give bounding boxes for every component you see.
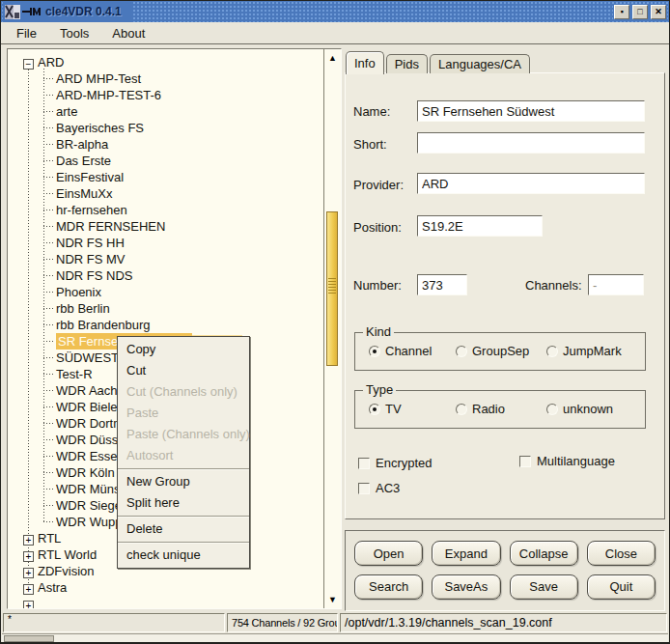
- save-button[interactable]: Save: [510, 574, 578, 600]
- close-button[interactable]: ✕: [651, 5, 666, 19]
- tree-item-label[interactable]: Phoenix: [56, 284, 101, 300]
- tree-item[interactable]: NDR FS HH: [8, 235, 323, 251]
- horizontal-scrollbar[interactable]: [2, 633, 668, 642]
- tree-item-label[interactable]: EinsFestival: [56, 169, 124, 185]
- tree-scrollbar[interactable]: ▲ ▼: [323, 49, 341, 608]
- radio-unknown[interactable]: unknown: [546, 402, 613, 416]
- number-label: Number:: [353, 278, 402, 293]
- tree-item[interactable]: Das Erste: [8, 153, 323, 169]
- saveas-button[interactable]: SaveAs: [432, 574, 500, 600]
- encrypted-checkbox[interactable]: Encrypted: [358, 456, 433, 470]
- multilanguage-checkbox[interactable]: Multilanguage: [519, 454, 615, 468]
- tree-item-label[interactable]: arte: [56, 103, 77, 120]
- context-menu-item-cut[interactable]: Cut: [118, 360, 249, 381]
- tree-group-label[interactable]: ARD: [38, 54, 64, 70]
- number-field[interactable]: [417, 274, 467, 295]
- tree-item[interactable]: ARD-MHP-TEST-6: [8, 87, 323, 103]
- tree-item-label[interactable]: WDR Essen: [56, 448, 125, 464]
- tree-item[interactable]: Phoenix: [8, 284, 323, 300]
- tab-info[interactable]: Info: [346, 51, 384, 74]
- quit-button[interactable]: Quit: [587, 574, 656, 600]
- tree-item[interactable]: NDR FS MV: [8, 251, 323, 267]
- menu-about[interactable]: About: [104, 23, 153, 43]
- pin-icon[interactable]: [22, 7, 42, 16]
- close-file-button[interactable]: Close: [587, 541, 656, 566]
- tree-item[interactable]: hr-fernsehen: [8, 202, 323, 218]
- tree-item-label[interactable]: rbb Berlin: [56, 300, 110, 317]
- tab-pids[interactable]: Pids: [386, 54, 428, 73]
- tree-item-label[interactable]: WDR Köln: [56, 464, 115, 481]
- radio-groupsep[interactable]: GroupSep: [456, 344, 529, 358]
- menu-tools[interactable]: Tools: [52, 23, 97, 43]
- tree-item[interactable]: MDR FERNSEHEN: [8, 218, 323, 235]
- tree-item-label[interactable]: NDR FS MV: [56, 251, 126, 267]
- tree-item-label[interactable]: EinsMuXx: [56, 185, 113, 202]
- context-menu-item-split-here[interactable]: Split here: [118, 492, 249, 514]
- tree-item-label[interactable]: NDR FS HH: [56, 235, 125, 251]
- expand-icon[interactable]: +: [23, 568, 34, 578]
- expand-icon[interactable]: +: [23, 551, 34, 562]
- tree-item-label[interactable]: ARD-MHP-TEST-6: [56, 87, 161, 103]
- menu-file[interactable]: File: [9, 23, 44, 43]
- tree-item-label[interactable]: BR-alpha: [56, 136, 108, 153]
- tree-group-row[interactable]: −ARD: [8, 54, 323, 70]
- radio-jumpmark[interactable]: JumpMark: [546, 344, 622, 358]
- tree-item-label[interactable]: Bayerisches FS: [56, 120, 144, 136]
- radio-unselected-icon: [546, 346, 558, 357]
- tree-item[interactable]: NDR FS NDS: [8, 267, 323, 284]
- tree-group-label[interactable]: RTL: [38, 530, 61, 546]
- titlebar[interactable]: cle4VDR 0.4.1 ▪ □ ✕: [1, 1, 669, 22]
- context-menu-item-new-group[interactable]: New Group: [118, 471, 249, 492]
- radio-tv[interactable]: TV: [369, 402, 402, 416]
- tree-group-row[interactable]: +Astra: [8, 579, 323, 596]
- ac3-checkbox[interactable]: AC3: [358, 481, 400, 495]
- maximize-button[interactable]: □: [632, 5, 648, 19]
- minimize-button[interactable]: ▪: [614, 5, 629, 19]
- tab-languages-ca[interactable]: Languages/CA: [430, 54, 530, 73]
- tree-item[interactable]: arte: [8, 103, 323, 120]
- open-button[interactable]: Open: [354, 541, 423, 566]
- scroll-down-icon[interactable]: ▼: [324, 593, 341, 606]
- tree-item[interactable]: EinsFestival: [8, 169, 323, 185]
- tree-item-label[interactable]: NDR FS NDS: [56, 267, 132, 284]
- tree-item[interactable]: rbb Berlin: [8, 300, 323, 317]
- tree-group-label[interactable]: ZDFvision: [38, 563, 95, 579]
- scrollbar-thumb[interactable]: [326, 211, 338, 366]
- context-menu-item-delete[interactable]: Delete: [118, 518, 249, 540]
- expand-button[interactable]: Expand: [432, 541, 500, 566]
- name-field[interactable]: [417, 100, 645, 122]
- tree-item-label[interactable]: hr-fernsehen: [56, 202, 127, 218]
- short-field[interactable]: [417, 132, 645, 154]
- expand-icon[interactable]: +: [23, 584, 34, 595]
- tree-item-label[interactable]: ARD MHP-Test: [56, 70, 141, 87]
- app-icon[interactable]: [5, 5, 20, 19]
- provider-field[interactable]: [417, 173, 645, 194]
- scroll-up-icon[interactable]: ▲: [324, 51, 341, 65]
- expand-icon[interactable]: +: [23, 535, 34, 546]
- tree-group-label[interactable]: RTL World: [38, 546, 97, 563]
- tree-item-label[interactable]: rbb Brandenburg: [56, 317, 151, 333]
- tree-group-label[interactable]: Astra: [38, 579, 67, 596]
- radio-radio[interactable]: Radio: [456, 402, 505, 416]
- tree-group-row-partial[interactable]: +: [8, 596, 323, 608]
- tree-item[interactable]: ARD MHP-Test: [8, 70, 323, 87]
- radio-selected-icon: [369, 346, 380, 357]
- context-menu-item-check-unique[interactable]: check unique: [118, 545, 249, 566]
- menu-separator: [118, 468, 249, 469]
- context-menu-item-copy[interactable]: Copy: [118, 339, 249, 360]
- tree-item[interactable]: rbb Brandenburg: [8, 317, 323, 333]
- tree-item-label[interactable]: Das Erste: [56, 153, 111, 169]
- tree-item[interactable]: EinsMuXx: [8, 185, 323, 202]
- channels-field[interactable]: [588, 274, 644, 295]
- radio-channel[interactable]: Channel: [369, 344, 432, 358]
- tree-item[interactable]: BR-alpha: [8, 136, 323, 153]
- position-field[interactable]: [417, 215, 543, 237]
- collapse-icon[interactable]: −: [23, 59, 34, 70]
- horizontal-scrollbar-thumb[interactable]: [4, 635, 54, 642]
- expand-icon[interactable]: +: [23, 601, 34, 608]
- tree-item[interactable]: Bayerisches FS: [8, 120, 323, 136]
- tree-item-label[interactable]: Test-R: [56, 366, 93, 382]
- search-button[interactable]: Search: [354, 574, 423, 600]
- collapse-button[interactable]: Collapse: [510, 541, 578, 566]
- tree-item-label[interactable]: MDR FERNSEHEN: [56, 218, 165, 235]
